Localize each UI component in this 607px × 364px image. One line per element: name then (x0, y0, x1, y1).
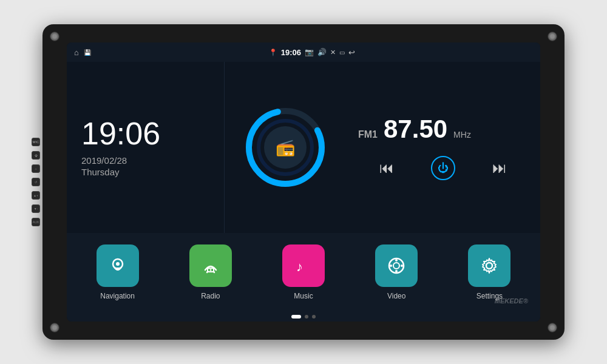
fm-band: FM1 (358, 129, 378, 140)
dot-1[interactable] (291, 315, 301, 318)
music-icon-svg: ♪ (293, 255, 314, 276)
app-grid: Navigation Radio (67, 233, 540, 312)
radio-icon-box (189, 244, 232, 287)
car-unit: MIC ⏻ ⌂ ↺ ▲+ ▼- AUX ⌂ 💾 📍 19:06 📷 🔊 ✕ ▭ … (42, 24, 565, 340)
radio-icon[interactable]: 📻 (264, 126, 307, 169)
music-label: Music (294, 292, 313, 300)
svg-point-14 (401, 265, 403, 267)
navigation-icon-svg (107, 255, 128, 276)
screw-br (548, 323, 557, 332)
back-side-button[interactable]: ↺ (32, 178, 40, 186)
home-icon[interactable]: ⌂ (74, 48, 79, 57)
brand-watermark: MEKEDE® (495, 297, 528, 305)
music-icon-box: ♪ (282, 244, 325, 287)
side-buttons: MIC ⏻ ⌂ ↺ ▲+ ▼- AUX (32, 138, 40, 226)
fm-controls: ⏮ ⏻ ⏭ (358, 156, 528, 180)
svg-point-15 (486, 263, 492, 269)
status-center: 📍 19:06 📷 🔊 ✕ ▭ ↩ (269, 48, 355, 57)
status-bar: ⌂ 💾 📍 19:06 📷 🔊 ✕ ▭ ↩ (67, 42, 540, 62)
screw-tl (50, 32, 59, 41)
fm-frequency: 87.50 (384, 115, 447, 144)
power-button[interactable]: ⏻ (32, 151, 40, 160)
dot-3[interactable] (312, 315, 316, 318)
radio-app-icon-svg (200, 255, 221, 276)
navigation-icon-box (97, 244, 139, 287)
location-pin-icon: 📍 (269, 49, 277, 56)
page-dots (67, 312, 540, 322)
camera-status-icon: 📷 (305, 48, 314, 56)
svg-text:♪: ♪ (296, 259, 303, 274)
window-status-icon: ▭ (339, 49, 345, 56)
back-status-icon[interactable]: ↩ (348, 48, 355, 57)
screw-tr (548, 32, 557, 41)
close-status-icon[interactable]: ✕ (330, 49, 336, 56)
vol-down-button[interactable]: ▼- (32, 204, 40, 213)
app-video[interactable]: Video (353, 244, 440, 300)
weekday-display: Thursday (81, 167, 209, 177)
clock-display: 19:06 (81, 118, 209, 149)
aux-button[interactable]: AUX (32, 218, 40, 226)
svg-point-11 (395, 259, 398, 261)
dot-2[interactable] (305, 315, 308, 318)
video-label: Video (387, 292, 405, 300)
storage-icon: 💾 (84, 49, 91, 56)
clock-panel: 19:06 2019/02/28 Thursday (67, 62, 225, 233)
status-left: ⌂ 💾 (74, 48, 91, 57)
app-radio[interactable]: Radio (167, 244, 254, 300)
date-display: 2019/02/28 (81, 155, 209, 166)
settings-icon-box (468, 244, 510, 287)
svg-point-13 (390, 265, 392, 267)
home-side-button[interactable]: ⌂ (32, 164, 40, 173)
fm-unit: MHz (453, 130, 471, 140)
power-button-fm[interactable]: ⏻ (431, 156, 455, 180)
vol-up-button[interactable]: ▲+ (32, 191, 40, 200)
mic-button[interactable]: MIC (32, 138, 40, 146)
prev-track-button[interactable]: ⏮ (375, 156, 399, 180)
screw-bl (50, 323, 59, 332)
fm-panel: FM1 87.50 MHz ⏮ ⏻ ⏭ (346, 62, 540, 233)
video-icon-svg (386, 255, 407, 276)
next-track-button[interactable]: ⏭ (487, 156, 512, 180)
app-navigation[interactable]: Navigation (74, 244, 161, 300)
radio-ring: 📻 (243, 105, 328, 190)
app-settings[interactable]: Settings (446, 244, 533, 300)
main-content: 19:06 2019/02/28 Thursday (67, 62, 540, 233)
app-music[interactable]: ♪ Music (260, 244, 347, 300)
svg-point-12 (395, 270, 398, 272)
svg-point-7 (209, 269, 211, 271)
radio-ring-panel: 📻 (225, 62, 346, 233)
screen: ⌂ 💾 📍 19:06 📷 🔊 ✕ ▭ ↩ 19:06 2019/02/28 T… (67, 42, 540, 322)
settings-icon-svg (479, 255, 500, 276)
volume-status-icon: 🔊 (317, 48, 327, 56)
radio-app-label: Radio (201, 292, 220, 300)
svg-point-4 (116, 262, 120, 266)
svg-point-10 (393, 263, 399, 269)
fm-info: FM1 87.50 MHz (358, 115, 528, 144)
status-time: 19:06 (281, 48, 301, 57)
video-icon-box (375, 244, 418, 287)
navigation-label: Navigation (100, 292, 135, 300)
